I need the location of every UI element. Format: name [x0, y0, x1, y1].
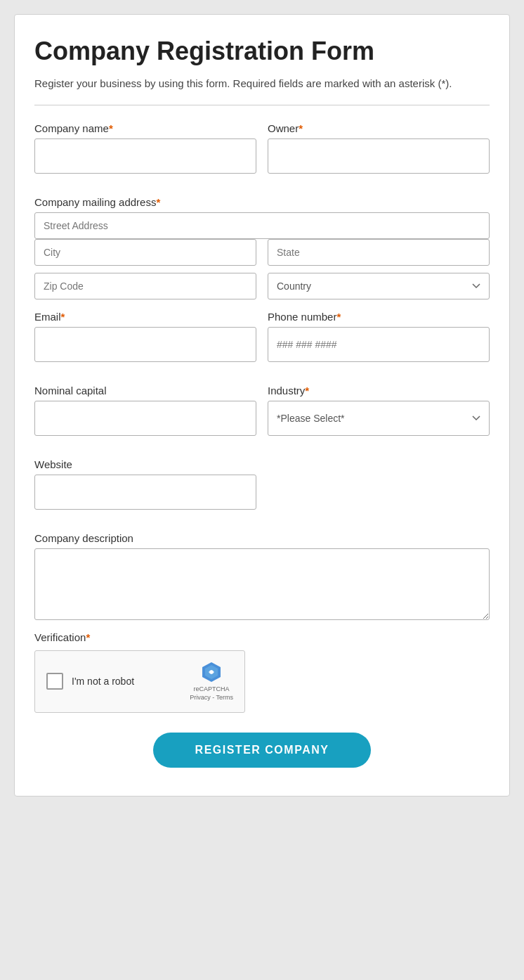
email-phone-row: Email* Phone number*	[34, 311, 490, 373]
company-owner-row: Company name* Owner*	[34, 122, 490, 185]
email-required: *	[61, 311, 65, 323]
description-textarea[interactable]	[34, 548, 490, 620]
owner-input[interactable]	[268, 138, 490, 174]
zip-col	[34, 273, 256, 299]
verification-label: Verification*	[34, 631, 490, 643]
verification-required: *	[86, 631, 90, 643]
email-label: Email*	[34, 311, 256, 323]
state-input[interactable]	[268, 239, 490, 266]
owner-required: *	[299, 122, 303, 134]
industry-required: *	[305, 385, 309, 396]
phone-input[interactable]	[268, 327, 490, 362]
svg-point-0	[210, 670, 214, 673]
country-col: Country United States Canada United King…	[268, 273, 490, 299]
industry-group: Industry* *Please Select* Technology Fin…	[268, 385, 490, 436]
company-name-group: Company name*	[34, 122, 256, 174]
nominal-capital-label: Nominal capital	[34, 385, 256, 396]
website-group: Website	[34, 458, 256, 510]
submit-container: REGISTER COMPANY	[34, 733, 490, 768]
city-state-row	[34, 239, 490, 266]
owner-label: Owner*	[268, 122, 490, 134]
description-group: Company description	[34, 532, 490, 620]
verification-section: Verification* I'm not a robot reCAPTCHA …	[34, 631, 490, 713]
company-name-label: Company name*	[34, 122, 256, 134]
recaptcha-brand-text: reCAPTCHA Privacy - Terms	[190, 685, 233, 702]
address-section: Company mailing address* Country United …	[34, 196, 490, 299]
recaptcha-checkbox[interactable]	[46, 673, 63, 690]
email-group: Email*	[34, 311, 256, 362]
owner-group: Owner*	[268, 122, 490, 174]
city-input[interactable]	[34, 239, 256, 266]
page-title: Company Registration Form	[34, 36, 490, 66]
industry-select[interactable]: *Please Select* Technology Finance Healt…	[268, 401, 490, 436]
company-name-required: *	[109, 122, 113, 134]
recaptcha-right: reCAPTCHA Privacy - Terms	[190, 661, 233, 702]
phone-label: Phone number*	[268, 311, 490, 323]
nominal-capital-group: Nominal capital	[34, 385, 256, 436]
street-address-input[interactable]	[34, 212, 490, 239]
state-col	[268, 239, 490, 266]
capital-industry-row: Nominal capital Industry* *Please Select…	[34, 385, 490, 447]
country-select[interactable]: Country United States Canada United King…	[268, 273, 490, 299]
zip-country-row: Country United States Canada United King…	[34, 273, 490, 299]
phone-required: *	[336, 311, 341, 323]
email-input[interactable]	[34, 327, 256, 362]
phone-group: Phone number*	[268, 311, 490, 362]
website-label: Website	[34, 458, 256, 470]
website-row: Website	[34, 458, 490, 521]
recaptcha-logo-icon	[200, 661, 223, 683]
address-required: *	[156, 196, 160, 208]
divider	[34, 105, 490, 105]
address-label: Company mailing address*	[34, 196, 490, 208]
industry-label: Industry*	[268, 385, 490, 396]
register-company-button[interactable]: REGISTER COMPANY	[153, 733, 372, 768]
description-label: Company description	[34, 532, 490, 544]
form-container: Company Registration Form Register your …	[14, 14, 510, 797]
recaptcha-box[interactable]: I'm not a robot reCAPTCHA Privacy - Term…	[34, 650, 245, 713]
city-col	[34, 239, 256, 266]
nominal-capital-input[interactable]	[34, 401, 256, 436]
zip-input[interactable]	[34, 273, 256, 299]
recaptcha-left: I'm not a robot	[46, 673, 134, 690]
form-description: Register your business by using this for…	[34, 76, 490, 92]
website-input[interactable]	[34, 475, 256, 510]
company-name-input[interactable]	[34, 138, 256, 174]
recaptcha-label: I'm not a robot	[72, 676, 134, 687]
